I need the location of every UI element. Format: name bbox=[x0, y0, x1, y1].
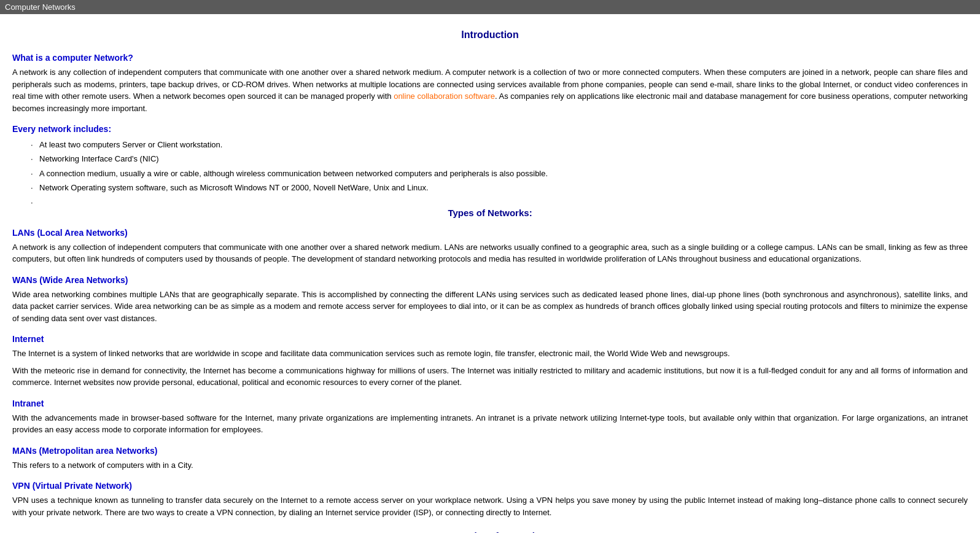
section-mans: MANs (Metropolitan area Networks) This r… bbox=[12, 446, 968, 472]
para-vpn: VPN uses a technique known as tunneling … bbox=[12, 494, 968, 518]
section-intranet: Intranet With the advancements made in b… bbox=[12, 399, 968, 436]
section-every-network: Every network includes: At least two com… bbox=[12, 124, 968, 195]
heading-what-is-network: What is a computer Network? bbox=[12, 53, 968, 63]
section-internet: Internet The Internet is a system of lin… bbox=[12, 334, 968, 389]
heading-lans: LANs (Local Area Networks) bbox=[12, 228, 968, 238]
heading-internet: Internet bbox=[12, 334, 968, 344]
types-of-networks-heading: Types of Networks: bbox=[12, 208, 968, 218]
list-item: Networking Interface Card's (NIC) bbox=[31, 152, 968, 166]
section-lans: LANs (Local Area Networks) A network is … bbox=[12, 228, 968, 265]
main-content: Introduction What is a computer Network?… bbox=[0, 14, 980, 533]
para-intranet: With the advancements made in browser-ba… bbox=[12, 412, 968, 436]
section-wans: WANs (Wide Area Networks) Wide area netw… bbox=[12, 275, 968, 325]
page-title: Introduction bbox=[12, 29, 968, 41]
heading-vpn: VPN (Virtual Private Network) bbox=[12, 481, 968, 491]
network-includes-list: At least two computers Server or Client … bbox=[31, 138, 968, 195]
list-item: At least two computers Server or Client … bbox=[31, 138, 968, 152]
para-what-is-network: A network is any collection of independe… bbox=[12, 66, 968, 114]
section-what-is-network: What is a computer Network? A network is… bbox=[12, 53, 968, 114]
para-internet-1: The Internet is a system of linked netwo… bbox=[12, 348, 968, 360]
para-mans: This refers to a network of computers wi… bbox=[12, 459, 968, 472]
para-lans: A network is any collection of independe… bbox=[12, 241, 968, 265]
online-collaboration-link[interactable]: online collaboration software bbox=[394, 91, 495, 101]
heading-every-network: Every network includes: bbox=[12, 124, 968, 134]
categories-heading: Categories of Network: bbox=[12, 531, 968, 533]
section-vpn: VPN (Virtual Private Network) VPN uses a… bbox=[12, 481, 968, 518]
title-bar-label: Computer Networks bbox=[5, 2, 76, 12]
para-wans: Wide area networking combines multiple L… bbox=[12, 289, 968, 325]
list-item: Network Operating system software, such … bbox=[31, 181, 968, 195]
heading-intranet: Intranet bbox=[12, 399, 968, 408]
para-internet-2: With the meteoric rise in demand for con… bbox=[12, 365, 968, 389]
heading-wans: WANs (Wide Area Networks) bbox=[12, 275, 968, 285]
title-bar: Computer Networks bbox=[0, 0, 980, 14]
list-item: A connection medium, usually a wire or c… bbox=[31, 166, 968, 181]
heading-mans: MANs (Metropolitan area Networks) bbox=[12, 446, 968, 456]
